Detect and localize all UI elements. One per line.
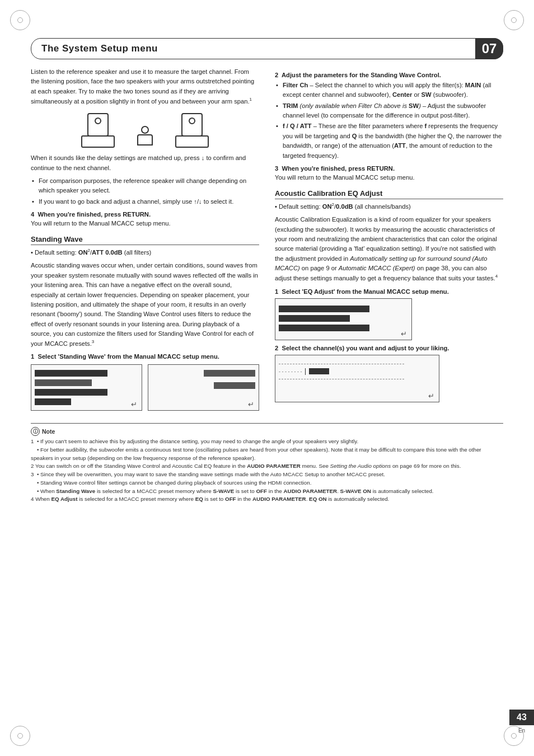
speaker-diagram — [31, 113, 259, 148]
speaker-dot-right — [189, 118, 195, 124]
acoustic-eq-heading: Acoustic Calibration EQ Adjust — [275, 189, 503, 199]
eq-row-with-box: - - - - - - - - — [279, 368, 435, 375]
step2-eq-heading: 2 Select the channel(s) you want and adj… — [275, 345, 503, 351]
bullet-fqatt: f / Q / ATT – These are the filter param… — [275, 121, 503, 160]
content-area: Listen to the reference speaker and use … — [31, 67, 503, 725]
after-diagram-bullets: For comparison purposes, the reference s… — [31, 176, 259, 206]
corner-decoration-bl — [10, 726, 30, 746]
acoustic-eq-default: • Default setting: ON2/0.0dB (all channe… — [275, 201, 503, 212]
eq-channel-inner: - - - - - - - - — [275, 355, 439, 395]
note-item-7: 4 When EQ Adjust is selected for a MCACC… — [31, 495, 503, 504]
eq-menu-row-3 — [279, 325, 369, 331]
menu-panel-left-inner — [31, 365, 142, 410]
page-lang: En — [518, 727, 525, 734]
speaker-box-left — [87, 113, 109, 137]
speaker-box-right — [181, 113, 203, 137]
header-title: The System Setup menu — [41, 43, 158, 54]
header-bar: The System Setup menu — [31, 38, 503, 59]
menu-row-2 — [35, 379, 92, 386]
note-item-1: 1 • If you can't seem to achieve this by… — [31, 438, 503, 446]
person-icon — [137, 126, 153, 145]
menu-row-1 — [35, 370, 107, 377]
eq-menu-arrow: ↵ — [401, 330, 407, 338]
note-item-2: • For better audibility, the subwoofer e… — [31, 446, 503, 462]
intro-paragraph: Listen to the reference speaker and use … — [31, 67, 259, 106]
note-item-3: 2 You can switch on or off the Standing … — [31, 462, 503, 471]
note-item-5: • Standing Wave control filter settings … — [31, 479, 503, 487]
eq-menu-row-2 — [279, 315, 350, 322]
menu-arrow-right: ↵ — [248, 400, 254, 408]
menu-row-r2 — [214, 382, 255, 389]
step2-right-heading: 2 Adjust the parameters for the Standing… — [275, 72, 503, 78]
speaker-right — [175, 113, 209, 148]
step4-sub: You will return to the Manual MCACC setu… — [31, 219, 259, 228]
menu-panel-right-inner — [148, 365, 259, 404]
bullet-trim: TRIM (only available when Filter Ch abov… — [275, 101, 503, 121]
left-column: Listen to the reference speaker and use … — [31, 67, 259, 415]
speaker-base-left — [81, 135, 115, 148]
bullet-comparison: For comparison purposes, the reference s… — [31, 176, 259, 196]
footnote-1: 1 — [250, 97, 252, 102]
menu-panel-right: ↵ — [148, 364, 259, 411]
speaker-left — [81, 113, 115, 148]
after-diagram-text: When it sounds like the delay settings a… — [31, 153, 259, 173]
menu-panel-left: ↵ — [31, 364, 142, 411]
eq-dashes: - - - - - - - - — [279, 369, 302, 374]
speaker-dot-left — [95, 118, 101, 124]
standing-wave-body: Acoustic standing waves occur when, unde… — [31, 261, 259, 349]
note-icon: ⓘ — [31, 427, 40, 436]
note-section: ⓘ Note 1 • If you can't seem to achieve … — [31, 423, 503, 504]
note-item-6: • When Standing Wave is selected for a M… — [31, 487, 503, 496]
eq-menu-row-1 — [279, 306, 369, 312]
step1-left-heading: 1 Select 'Standing Wave' from the Manual… — [31, 353, 259, 360]
step3-right-sub: You will return to the Manual MCACC setu… — [275, 173, 503, 182]
menu-row-3 — [35, 389, 107, 396]
standing-wave-heading: Standing Wave — [31, 235, 259, 245]
footnote-4: 4 — [495, 274, 498, 279]
standing-wave-menu-mockup: ↵ ↵ — [31, 361, 259, 415]
menu-arrow-left: ↵ — [131, 400, 137, 408]
eq-separator — [305, 368, 306, 375]
eq-menu-inner — [275, 299, 411, 338]
corner-decoration-tl — [10, 10, 30, 30]
dashed-line-1 — [279, 364, 404, 364]
two-column-layout: Listen to the reference speaker and use … — [31, 67, 503, 415]
page: The System Setup menu 07 Listen to the r… — [0, 0, 534, 756]
step1-eq-heading: 1 Select 'EQ Adjust' from the Manual MCA… — [275, 288, 503, 295]
page-number-badge: 43 — [509, 710, 534, 725]
note-label: Note — [42, 428, 55, 436]
step4-heading: 4 When you're finished, press RETURN. — [31, 211, 259, 218]
eq-value-box — [309, 368, 329, 374]
footnote-3: 3 — [92, 339, 94, 344]
bullet-goback: If you want to go back and adjust a chan… — [31, 197, 259, 206]
speaker-base-right — [175, 135, 209, 148]
acoustic-eq-body: Acoustic Calibration Equalization is a k… — [275, 215, 503, 283]
standing-wave-params-bullets: Filter Ch – Select the channel to which … — [275, 81, 503, 161]
eq-adjust-menu-mockup: ↵ — [275, 298, 412, 340]
standing-wave-default: • Default setting: ON2/ATT 0.0dB (all fi… — [31, 247, 259, 257]
chapter-badge: 07 — [475, 38, 503, 59]
menu-row-r1 — [204, 370, 256, 377]
step3-right-heading: 3 When you're finished, press RETURN. — [275, 165, 503, 172]
note-header: ⓘ Note — [31, 427, 503, 436]
eq-channel-menu-mockup: - - - - - - - - ↵ — [275, 355, 439, 402]
note-item-4: 3 • Since they will be overwritten, you … — [31, 471, 503, 479]
page-number: 43 — [517, 712, 527, 722]
bullet-filter-ch: Filter Ch – Select the channel to which … — [275, 81, 503, 100]
right-column: 2 Adjust the parameters for the Standing… — [275, 67, 503, 415]
menu-row-4 — [35, 398, 71, 405]
page-lang-badge: En — [509, 727, 534, 734]
corner-decoration-tr — [504, 10, 524, 30]
dashed-line-2 — [279, 379, 404, 379]
eq-channel-arrow: ↵ — [428, 392, 434, 400]
